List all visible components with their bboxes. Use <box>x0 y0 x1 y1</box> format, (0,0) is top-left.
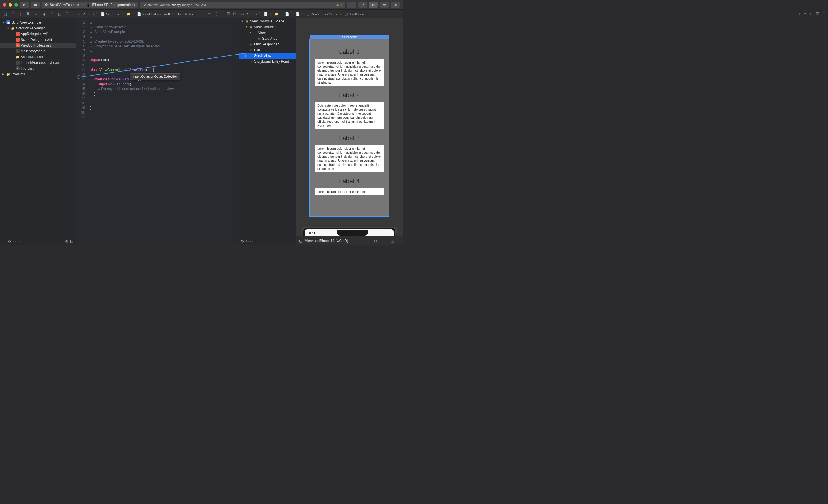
report-navigator-tab[interactable]: ☰ <box>65 12 70 16</box>
project-tree[interactable]: ▼▣ScrollViewExample▼📁ScrollViewExample·A… <box>0 18 76 237</box>
canvas-bottombar[interactable]: ▢ View as: iPhone 11 (wC hR) ⊡ ⊟ ⊞ △ ⊡ <box>296 236 403 245</box>
resolve-icon[interactable]: △ <box>391 239 394 243</box>
embed-icon[interactable]: ⊡ <box>397 239 400 243</box>
code-area[interactable]: //// ViewController.swift// ScrollViewEx… <box>87 18 239 245</box>
jumpbar-file-icon[interactable]: 📄 <box>264 12 268 16</box>
tree-row[interactable]: ·SceneDelegate.swift <box>0 37 76 43</box>
zoom-fit-icon[interactable]: ⊡ <box>374 239 377 243</box>
expand-icon[interactable]: ⤢ <box>83 12 85 16</box>
find-navigator-tab[interactable]: 🔍 <box>26 12 31 16</box>
bottom-panel-toggle[interactable]: ▭ <box>380 2 389 8</box>
right-toolbar: ＋ ⇄ ◧ ▭ ◨ <box>347 2 400 8</box>
warning-icon[interactable]: ⚠ <box>207 11 211 17</box>
expand-icon[interactable]: ⤢ <box>246 12 248 16</box>
close-split-icon[interactable]: ✕ <box>78 12 81 16</box>
related-items-icon[interactable]: ⊞ <box>250 12 252 16</box>
stop-button[interactable]: ◼ <box>31 2 40 8</box>
jumpbar-file-icon[interactable]: 📄 <box>285 12 289 16</box>
symbol-navigator-tab[interactable]: ◇ <box>18 12 23 16</box>
test-navigator-tab[interactable]: ◈ <box>42 12 46 16</box>
recent-icon[interactable]: ◷ <box>65 239 68 243</box>
scm-icon[interactable]: ▢ <box>70 239 73 243</box>
run-button[interactable]: ▶ <box>20 2 29 8</box>
project-navigator-tab[interactable]: ▢ <box>3 12 7 16</box>
issue-navigator-tab[interactable]: ⚠ <box>34 12 39 16</box>
minimap-icon[interactable]: ☰ <box>227 11 230 17</box>
outline-row[interactable]: ▼▣View Controller Scene <box>239 18 296 24</box>
add-editor-icon[interactable]: ⊞ <box>233 11 236 17</box>
canvas-textview[interactable]: Lorem ipsum dolor sit er elit lamet, con… <box>315 145 383 172</box>
outlet-connection-handle[interactable] <box>77 75 81 79</box>
code-review-button[interactable]: ⇄ <box>358 2 367 8</box>
tree-row[interactable]: ·LaunchScreen.storyboard <box>0 60 76 65</box>
canvas-textview[interactable]: Lorem ipsum dolor sit er elit lamet, <box>315 188 383 195</box>
app-icon: ⚙︎ <box>45 3 48 7</box>
jumpbar-folder-icon[interactable]: 📁 <box>275 12 279 16</box>
line-gutter[interactable]: 123456789101112131415161718192021 <box>76 18 87 245</box>
source-control-tab[interactable]: ☰ <box>11 12 15 16</box>
right-panel-toggle[interactable]: ◨ <box>391 2 400 8</box>
tree-row[interactable]: ·Info.plist <box>0 65 76 71</box>
tree-row[interactable]: ·ViewController.swift <box>0 43 76 48</box>
device-config-icon[interactable]: ▢ <box>299 239 302 243</box>
outline-row[interactable]: →Storyboard Entry Point <box>239 59 296 64</box>
minimize-button[interactable] <box>9 3 12 7</box>
phone-notch <box>337 230 368 236</box>
activity-viewer[interactable]: ScrollViewExample: Ready | Today at 7:39… <box>140 2 345 8</box>
jumpbar-selection[interactable]: No Selection <box>176 12 194 16</box>
close-button[interactable] <box>3 3 6 7</box>
tree-row[interactable]: ▶📁Products <box>0 71 76 77</box>
debug-navigator-tab[interactable]: ☲ <box>49 12 54 16</box>
canvas-label[interactable]: Label 3 <box>315 134 383 142</box>
editor-jumpbar[interactable]: ✕ ⤢ ⊞ 〈 〉 📄 Scro…ple 〉 📁 〉 📄 ViewControl… <box>76 11 239 17</box>
pin-icon[interactable]: ⊞ <box>385 239 388 243</box>
scroll-view[interactable]: Scroll View Label 1Lorem ipsum dolor sit… <box>309 39 389 217</box>
canvas-label[interactable]: Label 4 <box>315 178 383 185</box>
forward-icon[interactable]: 〉 <box>259 12 262 16</box>
jumpbar-file-icon[interactable]: 📄 <box>296 12 300 16</box>
jumpbar-file[interactable]: 📄 ViewController.swift <box>137 12 170 16</box>
outline-row[interactable]: ▭Safe Area <box>239 36 296 41</box>
tree-row[interactable]: 📁Assets.xcassets <box>0 54 76 60</box>
tree-row[interactable]: ▼📁ScrollViewExample <box>0 25 76 31</box>
outline-row[interactable]: ◈First Responder <box>239 41 296 47</box>
related-items-icon[interactable]: ⊞ <box>87 12 89 16</box>
back-icon[interactable]: 〈 <box>254 12 257 16</box>
left-panel-toggle[interactable]: ◧ <box>369 2 378 8</box>
canvas-label[interactable]: Label 2 <box>315 91 383 99</box>
canvas-body[interactable]: Scroll View Label 1Lorem ipsum dolor sit… <box>296 18 403 236</box>
status-suffix: | Today at 7:39 AM <box>180 3 206 7</box>
issues-nav-icon[interactable]: 〉 <box>220 11 224 17</box>
zoom-button[interactable] <box>14 3 18 7</box>
back-icon[interactable]: 〈 <box>91 12 94 16</box>
canvas-textview[interactable]: Duis aute irure dolor in reprehenderit i… <box>315 102 383 129</box>
warnings-badge[interactable]: ⚠ 4 <box>336 3 342 7</box>
outline-row[interactable]: ▼◉View Controller <box>239 24 296 30</box>
issues-nav-icon[interactable]: 〈 <box>214 11 217 17</box>
outline-row[interactable]: ⎋Exit <box>239 47 296 53</box>
outline-row[interactable]: ▶▢Scroll View <box>239 53 296 59</box>
jumpbar-proj[interactable]: 📄 Scro…ple <box>101 12 120 16</box>
tree-row[interactable]: ▼▣ScrollViewExample <box>0 19 76 25</box>
add-icon[interactable]: ＋ <box>2 238 6 243</box>
library-button[interactable]: ＋ <box>347 2 356 8</box>
breakpoint-navigator-tab[interactable]: ▢ <box>57 12 62 16</box>
jumpbar-scrollview[interactable]: ▢ Scroll View <box>345 12 364 16</box>
canvas-jumpbar[interactable]: ✕ ⤢ ⊞ 〈 〉 📄〉 📁〉 📄〉 📄〉 ▢ View Co…er Scene… <box>239 12 403 16</box>
jumpbar-folder[interactable]: 📁 <box>126 12 130 16</box>
navigator-filter-input[interactable] <box>13 239 63 243</box>
filter-icon: ⊙ <box>241 239 244 243</box>
canvas-label[interactable]: Label 1 <box>315 48 383 56</box>
tree-row[interactable]: ·AppDelegate.swift <box>0 31 76 37</box>
close-split-icon[interactable]: ✕ <box>241 12 244 16</box>
outline-tree[interactable]: ▼▣View Controller Scene▼◉View Controller… <box>239 18 296 237</box>
outline-filter-input[interactable] <box>246 239 294 243</box>
jumpbar-scene[interactable]: ▢ View Co…er Scene <box>306 12 338 16</box>
canvas-textview[interactable]: Lorem ipsum dolor sit er elit lamet, con… <box>315 59 383 86</box>
tree-row[interactable]: ·Main.storyboard <box>0 48 76 54</box>
forward-icon[interactable]: 〉 <box>96 12 99 16</box>
scheme-selector[interactable]: ⚙︎ ScrollViewExample 〉 📱 iPhone SE (2nd … <box>42 2 138 8</box>
view-as-label[interactable]: View as: iPhone 11 (wC hR) <box>305 239 348 243</box>
outline-row[interactable]: ▼▢View <box>239 30 296 36</box>
align-icon[interactable]: ⊟ <box>380 239 383 243</box>
